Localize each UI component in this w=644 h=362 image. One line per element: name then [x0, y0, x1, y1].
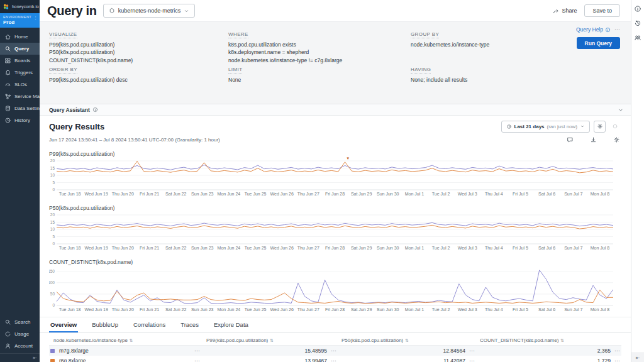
clock-icon [4, 117, 11, 124]
cell-more-icon[interactable]: ⋯ [614, 348, 620, 354]
sidebar-item-boards[interactable]: Boards [0, 55, 40, 67]
query-help-link[interactable]: Query Help [576, 26, 611, 33]
chart-title: COUNT_DISTINCT(k8s.pod.name) [49, 259, 631, 265]
chart-canvas[interactable]: 05101520 [49, 212, 613, 245]
query-clause[interactable]: k8s.deployment.name = shepherd [228, 48, 411, 56]
query-clause[interactable]: k8s.pod.cpu.utilization exists [228, 41, 411, 48]
info-icon[interactable] [634, 5, 641, 13]
sort-icon[interactable]: ⇅ [405, 338, 409, 343]
sort-icon[interactable]: ⇅ [130, 338, 133, 343]
x-axis-tick-label: Mon Jul 1 [401, 192, 428, 196]
sidebar-item-data-settings[interactable]: Data Settings [0, 102, 40, 114]
chart-canvas[interactable]: 05101520 [49, 158, 613, 191]
sidebar-item-triggers[interactable]: Triggers [0, 67, 40, 79]
chevron-down-icon[interactable] [618, 107, 624, 113]
column-header-count-distinct-k8s-pod-name-[interactable]: COUNT_DISTINCT(k8s.pod.name)⇅ [480, 337, 621, 343]
tab-explore-data[interactable]: Explore Data [213, 317, 250, 332]
query-clause[interactable]: P99(k8s.pod.cpu.utilization) desc [49, 76, 228, 84]
cell-more-icon[interactable]: ⋯ [331, 358, 336, 362]
cell-more-icon[interactable]: ⋯ [469, 358, 475, 362]
comment-icon[interactable] [567, 136, 574, 143]
tab-bubbleup[interactable]: BubbleUp [91, 317, 119, 332]
environment-name: Prod [3, 19, 36, 25]
chevron-down-icon [184, 8, 189, 14]
sidebar-item-slos[interactable]: SLOs [0, 79, 40, 90]
panel-collapse-button[interactable]: ⇤ [631, 353, 644, 362]
trigger-marker-icon[interactable]: ▼ [346, 156, 350, 160]
query-clause[interactable]: P99(k8s.pod.cpu.utilization) [49, 41, 228, 48]
x-axis-tick-label: Mon Jun 24 [216, 192, 242, 196]
having-group[interactable]: HAVING None; include all results [411, 62, 631, 97]
x-axis-tick-label: Fri Jun 21 [136, 192, 162, 196]
sidebar-item-label: Search [14, 319, 30, 325]
sidebar-item-search[interactable]: Search [0, 316, 40, 328]
x-axis-tick-label: Tue Jun 18 [57, 192, 83, 196]
dataset-selector[interactable]: kubernetes-node-metrics [103, 4, 196, 18]
boards-icon [4, 57, 11, 64]
order-by-clauses: P99(k8s.pod.cpu.utilization) desc [49, 76, 228, 84]
x-axis-tick-label: Wed Jun 19 [83, 307, 109, 312]
column-header-p99-k8s-pod-cpu-utilization-[interactable]: P99(k8s.pod.cpu.utilization)⇅ [206, 337, 341, 343]
gear-icon[interactable] [613, 136, 620, 143]
share-arrow-icon [552, 8, 559, 14]
x-axis-tick-label: Thu Jun 20 [109, 307, 136, 312]
tab-traces[interactable]: Traces [179, 317, 200, 332]
query-clause[interactable]: None [228, 76, 411, 84]
environment-selector[interactable]: ENVIRONMENT Prod ⋮ [0, 13, 40, 28]
refresh-button-disabled [609, 121, 620, 132]
right-rail: ⇤ [631, 0, 644, 362]
query-assistant-label: Query Assistant [49, 107, 90, 113]
honeycomb-logo[interactable]: honeycomb.io [0, 0, 40, 13]
team-icon[interactable] [634, 34, 641, 41]
dataset-name: kubernetes-node-metrics [118, 8, 181, 14]
sidebar-item-service-map[interactable]: Service Map [0, 90, 40, 102]
save-to-button[interactable]: Save to [584, 4, 620, 17]
sort-icon[interactable]: ⇅ [270, 338, 274, 343]
sidebar-item-account[interactable]: Account [0, 340, 40, 352]
builder-actions: Query Help ⋯ Run Query [576, 26, 620, 49]
sidebar-item-query[interactable]: Query [0, 43, 40, 55]
order-by-group[interactable]: ORDER BY P99(k8s.pod.cpu.utilization) de… [49, 62, 228, 97]
row-more-icon[interactable]: ⋯ [194, 348, 200, 354]
tab-correlations[interactable]: Correlations [132, 317, 167, 332]
query-assistant-bar[interactable]: Query Assistant [40, 104, 631, 116]
cell-more-icon[interactable]: ⋯ [614, 358, 620, 362]
column-header-p50-k8s-pod-cpu-utilization-[interactable]: P50(k8s.pod.cpu.utilization)⇅ [341, 337, 480, 343]
tab-overview[interactable]: Overview [49, 317, 78, 332]
x-axis-tick-label: Mon Jun 24 [216, 246, 242, 250]
svg-text:5: 5 [52, 180, 55, 185]
sort-icon[interactable]: ⇅ [560, 338, 564, 343]
limit-group[interactable]: LIMIT None [228, 62, 411, 97]
sidebar-item-home[interactable]: Home [0, 31, 40, 43]
time-range-selector[interactable]: Last 21 days (ran just now) [501, 121, 591, 133]
share-label: Share [562, 8, 577, 14]
query-clause[interactable]: None; include all results [411, 76, 631, 84]
svg-text:15: 15 [50, 166, 55, 170]
table-row[interactable]: m7g.8xlarge⋯15.48595⋯12.84564⋯2,365⋯ [49, 346, 621, 356]
column-header-node-kubernetes-io-instance-type[interactable]: node.kubernetes.io/instance-type⇅ [49, 337, 206, 343]
where-group[interactable]: WHERE k8s.pod.cpu.utilization existsk8s.… [228, 27, 411, 62]
cell-more-icon[interactable]: ⋯ [331, 348, 336, 354]
svg-text:15: 15 [50, 220, 55, 224]
x-axis-tick-label: Tue Jun 18 [57, 246, 83, 250]
history-icon[interactable] [634, 19, 641, 27]
sidebar-collapse-button[interactable]: ⇤ [0, 353, 40, 362]
x-axis-tick-label: Wed Jul 3 [454, 192, 480, 196]
row-more-icon[interactable]: ⋯ [194, 358, 200, 362]
query-settings-button[interactable] [594, 121, 606, 133]
share-button[interactable]: Share [552, 8, 577, 14]
sidebar-item-usage[interactable]: Usage [0, 328, 40, 340]
column-header-label: P99(k8s.pod.cpu.utilization) [206, 337, 268, 343]
cell-more-icon[interactable]: ⋯ [469, 348, 475, 354]
run-query-button[interactable]: Run Query [577, 37, 620, 49]
series-color-swatch [50, 359, 55, 362]
more-options-icon[interactable]: ⋯ [614, 26, 620, 33]
visualize-group[interactable]: VISUALIZE P99(k8s.pod.cpu.utilization)P5… [49, 27, 228, 62]
query-clause[interactable]: P50(k8s.pod.cpu.utilization) [49, 48, 228, 56]
table-row[interactable]: r6g.8xlarge⋯13.99467⋯11.42087⋯1,729⋯ [49, 356, 621, 362]
sidebar-item-history[interactable]: History [0, 114, 40, 126]
chart-canvas[interactable]: 050100150 [49, 266, 613, 307]
environment-menu-icon[interactable]: ⋮ [33, 16, 38, 21]
download-icon[interactable] [590, 136, 597, 143]
collapse-left-icon: ⇤ [33, 355, 37, 361]
